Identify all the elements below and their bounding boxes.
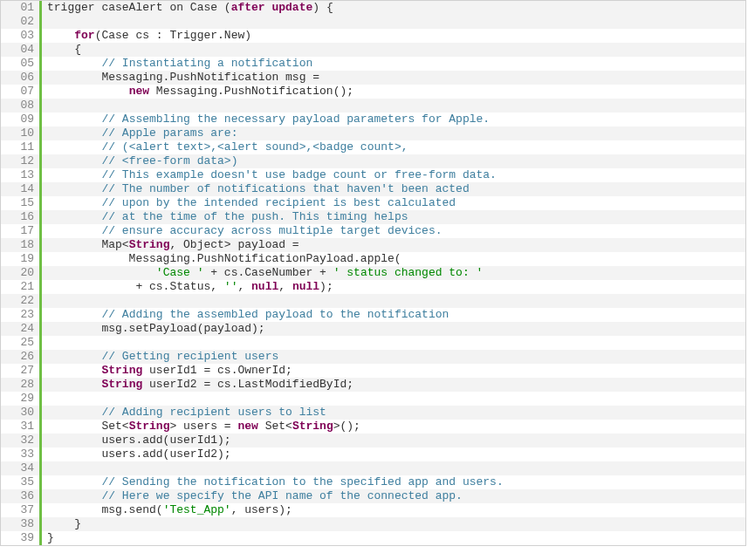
code-line: 22 <box>1 294 745 308</box>
code-line: 30 // Adding recipient users to list <box>1 406 745 420</box>
line-number: 05 <box>1 57 39 71</box>
token-pl: } <box>47 517 81 530</box>
token-kw: String <box>101 378 142 391</box>
token-pl <box>47 475 101 488</box>
token-pl: , <box>237 280 251 293</box>
line-number: 22 <box>1 294 39 308</box>
code-content: // Apple params are: <box>42 126 745 140</box>
token-pl: msg.setPayload(payload); <box>47 322 265 335</box>
line-number: 28 <box>1 378 39 392</box>
code-content <box>42 99 745 113</box>
token-pl: Messaging.PushNotification(); <box>149 85 353 98</box>
token-pl: userId2 = cs.LastModifiedById; <box>142 378 353 391</box>
token-pl: (Case cs : Trigger.New) <box>95 29 251 42</box>
code-content <box>42 336 745 350</box>
code-line: 11 // (<alert text>,<alert sound>,<badge… <box>1 140 745 154</box>
token-kw: update <box>271 1 312 14</box>
code-content: String userId1 = cs.OwnerId; <box>42 364 745 378</box>
line-number: 13 <box>1 168 39 182</box>
code-content: // Instantiating a notification <box>42 57 745 71</box>
code-line: 04 { <box>1 43 745 57</box>
line-number: 26 <box>1 350 39 364</box>
code-line: 36 // Here we specify the API name of th… <box>1 489 745 503</box>
code-line: 15 // upon by the intended recipient is … <box>1 196 745 210</box>
token-kw: for <box>74 29 94 42</box>
token-cm: // (<alert text>,<alert sound>,<badge co… <box>101 140 408 154</box>
line-number: 19 <box>1 252 39 266</box>
token-kw: String <box>292 420 333 433</box>
token-pl: userId1 = cs.OwnerId; <box>142 364 292 377</box>
token-pl: ); <box>319 280 333 293</box>
code-line: 28 String userId2 = cs.LastModifiedById; <box>1 378 745 392</box>
code-line: 23 // Adding the assembled payload to th… <box>1 308 745 322</box>
token-pl <box>47 489 101 502</box>
token-pl <box>47 196 101 209</box>
code-content: 'Case ' + cs.CaseNumber + ' status chang… <box>42 266 745 280</box>
token-pl: trigger caseAlert on Case ( <box>47 1 231 14</box>
code-line: 33 users.add(userId2); <box>1 447 745 461</box>
code-content <box>42 15 745 29</box>
line-number: 07 <box>1 85 39 99</box>
code-line: 16 // at the time of the push. This timi… <box>1 210 745 224</box>
code-content: // Assembling the necessary payload para… <box>42 113 745 126</box>
code-content: // Adding the assembled payload to the n… <box>42 308 745 322</box>
code-line: 34 <box>1 461 745 475</box>
code-content: { <box>42 43 745 57</box>
token-cm: // Sending the notification to the speci… <box>101 475 503 488</box>
code-content: Set<String> users = new Set<String>(); <box>42 420 745 434</box>
token-cm: // Adding the assembled payload to the n… <box>101 308 449 321</box>
token-st: '' <box>224 280 238 293</box>
token-pl: users.add(userId2); <box>47 447 231 461</box>
token-kw: after <box>231 1 265 14</box>
code-line: 06 Messaging.PushNotification msg = <box>1 71 745 85</box>
token-cm: // ensure accuracy across multiple targe… <box>101 224 442 237</box>
code-content: // Sending the notification to the speci… <box>42 475 745 489</box>
token-pl: users.add(userId1); <box>47 434 231 447</box>
line-number: 14 <box>1 182 39 196</box>
code-content: // The number of notifications that have… <box>42 182 745 196</box>
code-line: 38 } <box>1 517 745 531</box>
code-content: // Getting recipient users <box>42 350 745 364</box>
line-number: 12 <box>1 154 39 168</box>
token-cm: // Adding recipient users to list <box>101 406 326 419</box>
token-cm: // Getting recipient users <box>101 350 278 363</box>
line-number: 32 <box>1 434 39 447</box>
code-content: String userId2 = cs.LastModifiedById; <box>42 378 745 392</box>
token-kw: String <box>101 364 142 377</box>
token-pl <box>47 378 101 391</box>
token-pl: msg.send( <box>47 503 163 516</box>
line-number: 29 <box>1 392 39 406</box>
code-line: 31 Set<String> users = new Set<String>()… <box>1 420 745 434</box>
token-pl <box>47 210 101 223</box>
code-content <box>42 461 745 475</box>
token-kw: new <box>129 85 149 98</box>
code-line: 26 // Getting recipient users <box>1 350 745 364</box>
token-pl: Set< <box>258 420 292 433</box>
token-pl <box>47 350 101 363</box>
code-block: 01trigger caseAlert on Case (after updat… <box>0 0 746 546</box>
code-line: 29 <box>1 392 745 406</box>
code-line: 19 Messaging.PushNotificationPayload.app… <box>1 252 745 266</box>
code-line: 07 new Messaging.PushNotification(); <box>1 85 745 99</box>
token-pl <box>47 182 101 195</box>
code-line: 25 <box>1 336 745 350</box>
code-content: new Messaging.PushNotification(); <box>42 85 745 99</box>
line-number: 37 <box>1 503 39 517</box>
token-pl: , Object> payload = <box>169 238 299 251</box>
line-number: 23 <box>1 308 39 322</box>
code-line: 37 msg.send('Test_App', users); <box>1 503 745 517</box>
token-pl: { <box>47 43 81 56</box>
token-pl: , users); <box>231 503 292 516</box>
line-number: 38 <box>1 517 39 531</box>
token-kw: String <box>129 420 170 433</box>
token-pl <box>47 85 129 98</box>
token-st: ' status changed to: ' <box>333 266 484 279</box>
code-line: 03 for(Case cs : Trigger.New) <box>1 29 745 43</box>
code-content: // ensure accuracy across multiple targe… <box>42 224 745 238</box>
token-kw: null <box>292 280 319 293</box>
line-number: 06 <box>1 71 39 85</box>
line-number: 11 <box>1 140 39 154</box>
line-number: 20 <box>1 266 39 280</box>
line-number: 04 <box>1 43 39 57</box>
line-number: 10 <box>1 126 39 140</box>
